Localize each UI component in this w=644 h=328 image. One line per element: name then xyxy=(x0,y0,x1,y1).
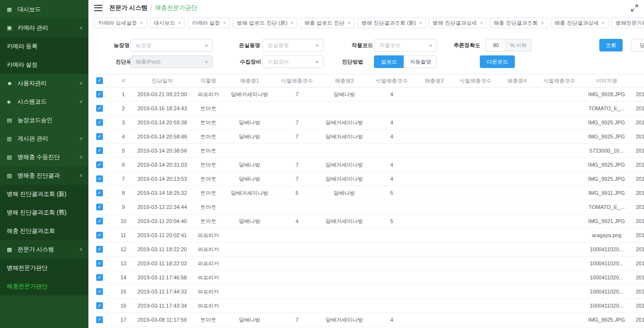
row-checkbox[interactable] xyxy=(96,133,103,140)
table-row[interactable]: 1 2019-03-21 09:22:00 파프리카 담배거세미나방 7 담배나… xyxy=(96,87,644,102)
table-row[interactable]: 17 2019-03-08 11:17:59 토마토 담배나방 7 담배거세미나… xyxy=(96,313,644,327)
fullscreen-icon[interactable] xyxy=(631,4,638,12)
tab[interactable]: 해충 업로드 진단 xyxy=(300,17,355,28)
tab[interactable]: 카메라 설정 xyxy=(188,17,230,28)
column-header[interactable]: 해충명1 xyxy=(225,77,274,85)
sidebar-item[interactable]: 병해 진단결과조회 (新) xyxy=(0,185,88,203)
tab-close-icon[interactable] xyxy=(602,20,605,26)
table-row[interactable]: 2 2019-03-16 18:24:43 토마토 TOMATO_E_... 2… xyxy=(96,102,644,116)
row-checkbox[interactable] xyxy=(96,204,103,210)
sidebar-item[interactable]: 대시보드 xyxy=(0,0,88,18)
tab-close-icon[interactable] xyxy=(223,20,226,26)
sidebar-item[interactable]: 병해 진단결과조회 (舊) xyxy=(0,203,88,222)
table-row[interactable]: 14 2019-03-11 17:46:58 파프리카 1000411020..… xyxy=(96,271,644,285)
sidebar-item[interactable]: 농장코드승인 xyxy=(0,111,88,129)
tab[interactable]: 병해 업로드 진단 (新) xyxy=(233,17,297,28)
tab-close-icon[interactable] xyxy=(480,20,483,26)
table-row[interactable]: 7 2019-03-14 20:13:53 토마토 담배나방 7 담배거세미나방… xyxy=(96,172,644,186)
crop-code-select[interactable]: 작물코드 xyxy=(374,39,437,52)
tab[interactable]: 해충 진단결과조회 xyxy=(490,17,548,28)
table-row[interactable]: 10 2019-03-11 20:04:40 토마토 담배나방 4 담배거세미나… xyxy=(96,214,644,228)
sidebar-item[interactable]: 카메라 설정 xyxy=(0,55,88,74)
table-row[interactable]: 11 2019-03-11 20:02:41 파프리카 aragaya.png … xyxy=(96,228,644,242)
table-row[interactable]: 9 2019-03-12 22:34:44 토마토 TOMATO_E_... 2… xyxy=(96,200,644,214)
column-header[interactable]: 진단일자 xyxy=(133,77,191,85)
tab-close-icon[interactable] xyxy=(348,20,351,26)
row-checkbox[interactable] xyxy=(96,91,103,98)
search-button[interactable]: 조회 xyxy=(599,39,623,52)
tab-close-icon[interactable] xyxy=(178,20,181,26)
sidebar-item[interactable]: 해충 진단결과조회 xyxy=(0,222,88,240)
table-row[interactable]: 15 2019-03-11 17:44:33 파프리카 1000411020..… xyxy=(96,285,644,299)
accuracy-input[interactable] xyxy=(486,39,506,52)
column-header[interactable]: 식별해충갯수 xyxy=(369,77,415,85)
sidebar-item[interactable]: 해충전문가판단 xyxy=(0,277,88,295)
sidebar-item[interactable]: 게시판 관리 xyxy=(0,129,88,148)
crop-code-label: 작물코드 xyxy=(352,39,373,52)
tab[interactable]: 병해 진단결과조회 (新) xyxy=(357,17,426,28)
row-checkbox[interactable] xyxy=(96,105,103,112)
sidebar-item[interactable]: 사용자관리 xyxy=(0,74,88,92)
table-row[interactable]: 13 2019-03-11 18:22:03 파프리카 1000411020..… xyxy=(96,257,644,271)
download-button[interactable]: 다운로드 xyxy=(480,55,515,68)
diagnosis-type-select[interactable]: 해충(Pest) xyxy=(130,55,213,68)
sidebar-item[interactable]: 병해충 수동진단 xyxy=(0,148,88,166)
tab[interactable]: 카메라 상세설정 xyxy=(94,17,147,28)
method-upload-button[interactable]: 업로드 xyxy=(374,55,404,68)
menu-toggle-icon[interactable] xyxy=(94,5,102,11)
column-header[interactable]: 해충명2 xyxy=(320,77,369,85)
tab[interactable]: 병해 진단결과상세 xyxy=(429,17,487,28)
table-row[interactable]: 12 2019-03-11 18:22:20 파프리카 1000411020..… xyxy=(96,242,644,257)
table-row[interactable]: 8 2019-03-14 18:25:32 토마토 담배거세미나방 5 담배나방… xyxy=(96,186,644,200)
tab-close-icon[interactable] xyxy=(419,20,422,26)
method-auto-button[interactable]: 자동촬영 xyxy=(404,55,437,68)
row-checkbox[interactable] xyxy=(96,175,103,182)
sidebar-item[interactable]: 카메라 관리 xyxy=(0,18,88,37)
column-header[interactable]: 식별해충갯수 xyxy=(274,77,320,85)
device-select[interactable]: 수집장비 xyxy=(262,55,323,68)
row-checkbox[interactable] xyxy=(96,119,103,126)
row-checkbox[interactable] xyxy=(96,161,103,168)
tab-close-icon[interactable] xyxy=(140,20,143,26)
greenhouse-select[interactable]: 온실동명 xyxy=(262,39,323,52)
row-checkbox[interactable] xyxy=(96,147,103,154)
sidebar-item[interactable]: 병해전문가판단 xyxy=(0,259,88,277)
column-header[interactable]: 작물명 xyxy=(191,77,225,85)
cell-date: 2019-03-11 18:22:03 xyxy=(133,260,191,266)
column-header[interactable]: 해충명3 xyxy=(415,77,454,85)
column-header[interactable]: 식별해충갯수 xyxy=(454,77,497,85)
table-row[interactable]: 6 2019-03-14 20:31:03 토마토 담배나방 7 담배거세미나방… xyxy=(96,158,644,172)
tab[interactable]: 대시보드 xyxy=(150,17,185,28)
tab[interactable]: 병해전문가판단 xyxy=(611,17,644,28)
column-header[interactable]: # xyxy=(114,78,133,84)
table-row[interactable]: 16 2019-03-11 17:43:34 파프리카 1000411020..… xyxy=(96,299,644,313)
close-button[interactable]: 닫기 xyxy=(631,39,644,52)
table-row[interactable]: 5 2019-03-14 20:38:56 토마토 5723000_10... … xyxy=(96,144,644,158)
tab-close-icon[interactable] xyxy=(290,20,293,26)
tab-close-icon[interactable] xyxy=(541,20,543,26)
sidebar-item[interactable]: 병해충 진단결과 xyxy=(0,166,88,185)
table-row[interactable]: 4 2019-03-14 20:58:46 토마토 담배나방 7 담배거세미나방… xyxy=(96,130,644,144)
row-checkbox[interactable] xyxy=(96,218,103,224)
row-checkbox[interactable] xyxy=(96,302,103,309)
row-checkbox[interactable] xyxy=(96,232,103,239)
row-checkbox[interactable] xyxy=(96,246,103,253)
row-checkbox[interactable] xyxy=(96,190,103,196)
row-checkbox[interactable] xyxy=(96,316,103,323)
column-header[interactable]: 이미지명 xyxy=(582,77,631,85)
select-all-checkbox[interactable] xyxy=(96,77,103,84)
sidebar-item[interactable]: 전문가 시스템 xyxy=(0,240,88,259)
column-header[interactable]: 해충명4 xyxy=(497,77,536,85)
row-checkbox[interactable] xyxy=(96,274,103,281)
farm-name-select[interactable]: 농장명 xyxy=(130,39,213,52)
cell-num: 10 xyxy=(114,218,133,224)
sidebar-item-label: 게시판 관리 xyxy=(17,135,48,143)
sidebar-item[interactable]: 시스템코드 xyxy=(0,92,88,111)
row-checkbox[interactable] xyxy=(96,288,103,295)
sidebar-item[interactable]: 카메라 등록 xyxy=(0,37,88,55)
column-header[interactable]: 식별해충갯수 xyxy=(536,77,582,85)
table-row[interactable]: 3 2019-03-14 20:59:38 토마토 담배나방 7 담배거세미나방… xyxy=(96,116,644,130)
cell-image: 1000411020... xyxy=(582,289,631,294)
row-checkbox[interactable] xyxy=(96,260,103,267)
tab[interactable]: 해충 진단결과상세 xyxy=(551,17,609,28)
